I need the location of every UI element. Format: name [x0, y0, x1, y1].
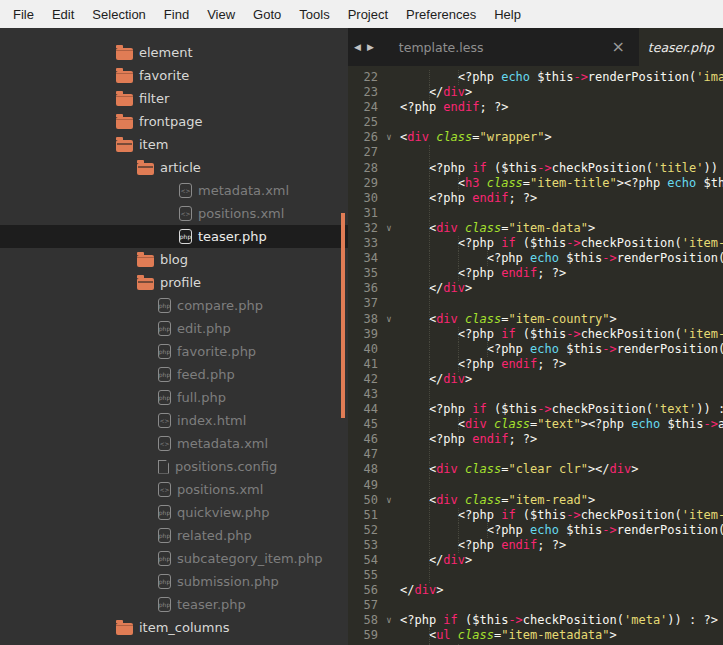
code-line-55[interactable]: 55 — [348, 568, 723, 583]
close-icon[interactable]: × — [611, 39, 624, 55]
tree-item-positions-xml[interactable]: <>positions.xml — [0, 202, 348, 225]
menu-selection[interactable]: Selection — [83, 7, 154, 22]
indent-guide — [429, 206, 430, 221]
file-icon: <> — [179, 183, 192, 198]
code-line-28[interactable]: 28 <?php if ($this->checkPosition('title… — [348, 161, 723, 176]
indent-guide — [458, 236, 459, 251]
code-line-33[interactable]: 33 <?php if ($this->checkPosition('item-… — [348, 236, 723, 251]
menu-tools[interactable]: Tools — [290, 7, 338, 22]
indent-guide — [429, 628, 430, 643]
indent-guide — [458, 327, 459, 342]
tree-item-positions-xml[interactable]: <>positions.xml — [0, 478, 348, 501]
menu-project[interactable]: Project — [339, 7, 397, 22]
code-line-27[interactable]: 27 — [348, 145, 723, 160]
code-line-29[interactable]: 29 <h3 class="item-title"><?php echo $th… — [348, 176, 723, 191]
tree-item-article[interactable]: article — [0, 156, 348, 179]
tab-label: teaser.php — [648, 40, 714, 55]
code-line-45[interactable]: 45 <div class="text"><?php echo $this->a… — [348, 417, 723, 432]
menu-file[interactable]: File — [4, 7, 43, 22]
forward-arrow-icon[interactable]: ▶ — [367, 42, 374, 52]
code-line-26[interactable]: 26∨<div class="wrapper"> — [348, 130, 723, 145]
menu-find[interactable]: Find — [155, 7, 198, 22]
code-line-54[interactable]: 54 </div> — [348, 553, 723, 568]
code-line-44[interactable]: 44 <?php if ($this->checkPosition('text'… — [348, 402, 723, 417]
menu-help[interactable]: Help — [485, 7, 530, 22]
code-line-38[interactable]: 38∨ <div class="item-country"> — [348, 312, 723, 327]
code-line-46[interactable]: 46 <?php endif; ?> — [348, 432, 723, 447]
tree-item-blog[interactable]: blog — [0, 248, 348, 271]
code-line-32[interactable]: 32∨ <div class="item-data"> — [348, 221, 723, 236]
code-line-30[interactable]: 30 <?php endif; ?> — [348, 191, 723, 206]
tree-item-label: item — [139, 137, 168, 152]
line-number: 42 — [348, 372, 378, 387]
indent-guide — [458, 523, 459, 538]
code-line-42[interactable]: 42 </div> — [348, 372, 723, 387]
code-line-56[interactable]: 56</div> — [348, 583, 723, 598]
menu-goto[interactable]: Goto — [244, 7, 290, 22]
fold-arrow-icon[interactable]: ∨ — [378, 493, 400, 508]
tree-item-element[interactable]: element — [0, 41, 348, 64]
code-line-39[interactable]: 39 <?php if ($this->checkPosition('item-… — [348, 327, 723, 342]
tree-item-teaser-php[interactable]: phpteaser.php — [0, 225, 348, 248]
tree-item-favorite-php[interactable]: phpfavorite.php — [0, 340, 348, 363]
code-line-58[interactable]: 58∨<?php if ($this->checkPosition('meta'… — [348, 613, 723, 628]
code-line-37[interactable]: 37 — [348, 296, 723, 311]
code-line-35[interactable]: 35 <?php endif; ?> — [348, 266, 723, 281]
code-line-41[interactable]: 41 <?php endif; ?> — [348, 357, 723, 372]
code-line-59[interactable]: 59 <ul class="item-metadata"> — [348, 628, 723, 643]
fold-arrow-icon[interactable]: ∨ — [378, 130, 400, 145]
code-editor[interactable]: 22 <?php echo $this->renderPosition('ima… — [348, 66, 723, 645]
tree-item-teaser-php[interactable]: phpteaser.php — [0, 593, 348, 616]
tab-template-less[interactable]: template.less × — [384, 28, 639, 66]
tree-item-positions-config[interactable]: positions.config — [0, 455, 348, 478]
fold-arrow-icon[interactable]: ∨ — [378, 613, 400, 628]
tree-item-edit-php[interactable]: phpedit.php — [0, 317, 348, 340]
tree-item-related-php[interactable]: phprelated.php — [0, 524, 348, 547]
code-line-49[interactable]: 49 — [348, 478, 723, 493]
tree-item-submission-php[interactable]: phpsubmission.php — [0, 570, 348, 593]
indent-guide — [429, 357, 430, 372]
code-line-23[interactable]: 23 </div> — [348, 85, 723, 100]
menu-preferences[interactable]: Preferences — [397, 7, 485, 22]
tree-item-frontpage[interactable]: frontpage — [0, 110, 348, 133]
code-line-24[interactable]: 24<?php endif; ?> — [348, 100, 723, 115]
code-line-48[interactable]: 48 <div class="clear clr"></div> — [348, 462, 723, 477]
tree-item-metadata-xml[interactable]: <>metadata.xml — [0, 432, 348, 455]
code-line-43[interactable]: 43 — [348, 387, 723, 402]
line-number: 27 — [348, 145, 378, 160]
tree-item-favorite[interactable]: favorite — [0, 64, 348, 87]
tree-item-index-html[interactable]: <>index.html — [0, 409, 348, 432]
tree-item-quickview-php[interactable]: phpquickview.php — [0, 501, 348, 524]
tree-item-item[interactable]: item — [0, 133, 348, 156]
code-line-25[interactable]: 25 — [348, 115, 723, 130]
tree-item-profile[interactable]: profile — [0, 271, 348, 294]
sidebar-scrollbar[interactable] — [341, 213, 345, 418]
code-line-22[interactable]: 22 <?php echo $this->renderPosition('ima… — [348, 70, 723, 85]
tree-item-feed-php[interactable]: phpfeed.php — [0, 363, 348, 386]
tree-item-filter[interactable]: filter — [0, 87, 348, 110]
code-line-57[interactable]: 57 — [348, 598, 723, 613]
line-number: 29 — [348, 176, 378, 191]
back-arrow-icon[interactable]: ◀ — [354, 42, 361, 52]
code-line-36[interactable]: 36 </div> — [348, 281, 723, 296]
tab-teaser-php[interactable]: teaser.php — [639, 28, 723, 66]
tree-item-full-php[interactable]: phpfull.php — [0, 386, 348, 409]
tree-item-subcategory-item-php[interactable]: phpsubcategory_item.php — [0, 547, 348, 570]
file-icon: php — [158, 574, 171, 589]
code-line-34[interactable]: 34 <?php echo $this->renderPosition('ite… — [348, 251, 723, 266]
tree-item-item-columns[interactable]: item_columns — [0, 616, 348, 639]
menu-view[interactable]: View — [198, 7, 244, 22]
tree-item-compare-php[interactable]: phpcompare.php — [0, 294, 348, 317]
code-line-47[interactable]: 47 — [348, 447, 723, 462]
tree-item-metadata-xml[interactable]: <>metadata.xml — [0, 179, 348, 202]
code-line-50[interactable]: 50∨ <div class="item-read"> — [348, 493, 723, 508]
code-line-51[interactable]: 51 <?php if ($this->checkPosition('item-… — [348, 508, 723, 523]
code-line-31[interactable]: 31 — [348, 206, 723, 221]
fold-arrow-icon[interactable]: ∨ — [378, 221, 400, 236]
code-line-53[interactable]: 53 <?php endif; ?> — [348, 538, 723, 553]
line-number: 52 — [348, 523, 378, 538]
fold-arrow-icon[interactable]: ∨ — [378, 312, 400, 327]
menu-edit[interactable]: Edit — [43, 7, 83, 22]
code-line-40[interactable]: 40 <?php echo $this->renderPosition('ite… — [348, 342, 723, 357]
code-line-52[interactable]: 52 <?php echo $this->renderPosition('ite… — [348, 523, 723, 538]
